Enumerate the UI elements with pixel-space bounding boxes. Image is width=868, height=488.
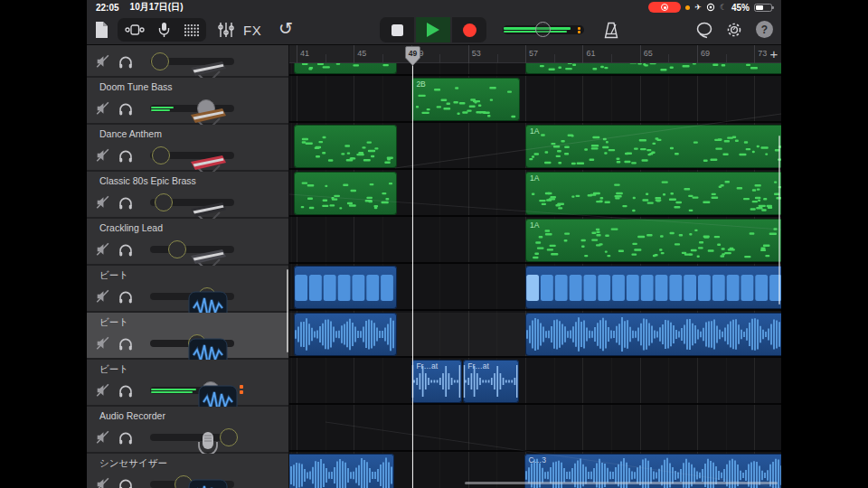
track-header[interactable]: シンセサイザー	[87, 454, 288, 488]
settings-gear-icon[interactable]	[725, 21, 743, 39]
track-controls	[94, 286, 234, 307]
volume-knob[interactable]	[155, 193, 173, 211]
mute-button[interactable]	[94, 287, 112, 305]
instrument-icon-waveform[interactable]	[188, 476, 228, 488]
master-volume-slider[interactable]	[503, 25, 584, 34]
top-bar: 22:05 10月17日(日) ✈ ☾ 45%	[87, 0, 781, 45]
mixer-icon[interactable]	[217, 22, 235, 38]
vertical-scrollbar[interactable]	[778, 136, 781, 305]
loop-browser-icon[interactable]	[694, 22, 714, 39]
track-header[interactable]: ビート	[87, 360, 288, 405]
metronome-icon[interactable]	[602, 22, 620, 39]
mute-button[interactable]	[94, 475, 112, 488]
solo-headphones-button[interactable]	[117, 240, 135, 258]
track-controls	[94, 51, 234, 72]
track-header[interactable]: Dance Anthem	[87, 125, 288, 170]
document-icon[interactable]	[94, 21, 109, 39]
ruler-measure-number: 53	[472, 49, 481, 58]
solo-headphones-button[interactable]	[117, 193, 135, 211]
track-header[interactable]	[87, 45, 288, 76]
master-volume-knob[interactable]	[535, 22, 551, 37]
headphones-icon	[118, 430, 134, 446]
mute-button[interactable]	[94, 52, 112, 70]
track-name: Dance Anthem	[99, 128, 162, 139]
mute-icon	[95, 147, 111, 164]
toolbar: FX ↺	[87, 14, 781, 45]
header-scrollbar[interactable]	[287, 269, 288, 352]
level-meter	[151, 389, 196, 390]
solo-headphones-button[interactable]	[117, 334, 135, 352]
mute-icon	[95, 53, 111, 70]
rotation-lock-icon	[706, 3, 715, 12]
region-label: 1A	[530, 174, 539, 183]
mute-button[interactable]	[94, 193, 112, 211]
solo-headphones-button[interactable]	[117, 475, 135, 488]
headphones-icon	[118, 101, 134, 117]
status-date: 10月17日(日)	[130, 1, 184, 14]
track-view-toggle-icon[interactable]	[125, 23, 145, 36]
undo-icon[interactable]: ↺	[278, 18, 293, 38]
help-button[interactable]: ?	[756, 21, 773, 38]
mute-button[interactable]	[94, 99, 112, 117]
solo-headphones-button[interactable]	[117, 146, 135, 164]
ruler-measure-number: 69	[701, 49, 710, 58]
solo-headphones-button[interactable]	[117, 287, 135, 305]
mute-button[interactable]	[94, 240, 112, 258]
mute-button[interactable]	[94, 334, 112, 352]
volume-knob[interactable]	[168, 240, 186, 258]
headphones-icon	[118, 477, 134, 488]
headphones-icon	[118, 242, 134, 258]
view-toggle-group	[118, 18, 206, 42]
region-label: Fr…at	[416, 361, 438, 371]
track-header[interactable]: Doom Tune Bass	[87, 78, 288, 123]
solo-headphones-button[interactable]	[117, 381, 135, 399]
solo-headphones-button[interactable]	[117, 428, 135, 446]
solo-headphones-button[interactable]	[117, 52, 135, 70]
mute-button[interactable]	[94, 146, 112, 164]
add-measures-button[interactable]: +	[767, 45, 781, 63]
playhead-line[interactable]	[412, 62, 414, 488]
headphones-icon	[118, 289, 134, 305]
track-name: シンセサイザー	[99, 457, 167, 470]
playhead-marker[interactable]: 49	[405, 46, 420, 66]
track-header[interactable]: ビート	[87, 313, 288, 358]
region-label: 1A	[530, 127, 539, 136]
ruler-measure-number: 45	[357, 49, 366, 58]
playhead-position: 49	[405, 49, 420, 58]
track-header[interactable]: Audio Recorder	[87, 407, 288, 452]
status-bar: 22:05 10月17日(日) ✈ ☾ 45%	[87, 0, 781, 14]
mute-icon	[95, 429, 111, 446]
mute-button[interactable]	[94, 381, 112, 399]
headphones-icon	[118, 383, 134, 399]
volume-knob[interactable]	[152, 146, 170, 164]
ruler-measure-number: 41	[300, 49, 309, 58]
track-controls	[94, 333, 234, 354]
time-ruler[interactable]: 414549535761656973	[289, 45, 781, 63]
record-button[interactable]	[452, 17, 486, 42]
privacy-indicator-icon	[685, 5, 690, 10]
solo-headphones-button[interactable]	[117, 99, 135, 117]
region-label: 2B	[416, 80, 425, 89]
loop-grid-icon[interactable]	[184, 23, 200, 37]
level-meter	[151, 107, 174, 108]
microphone-icon[interactable]	[158, 22, 170, 38]
mute-button[interactable]	[94, 428, 112, 446]
screen-recording-indicator[interactable]	[648, 2, 681, 13]
fx-button[interactable]: FX	[243, 23, 261, 38]
horizontal-scrollbar[interactable]	[465, 482, 778, 484]
stop-button[interactable]	[380, 17, 414, 42]
track-header[interactable]: Classic 80s Epic Brass	[87, 172, 288, 217]
track-headers: Doom Tune Bass Dance Anthem Classic 80s …	[87, 45, 288, 488]
play-button[interactable]	[416, 17, 450, 42]
region-label: C…3	[529, 455, 546, 465]
status-icons: ✈ ☾ 45%	[648, 2, 772, 13]
mute-icon	[95, 382, 111, 399]
track-name: ビート	[99, 269, 128, 282]
volume-knob[interactable]	[151, 52, 169, 70]
track-header[interactable]: ビート	[87, 266, 288, 311]
track-header[interactable]: Crackling Lead	[87, 219, 288, 264]
automation-lines	[289, 45, 781, 488]
headphones-icon	[118, 54, 134, 70]
region-label: 1A	[530, 221, 539, 230]
track-controls	[94, 145, 234, 166]
